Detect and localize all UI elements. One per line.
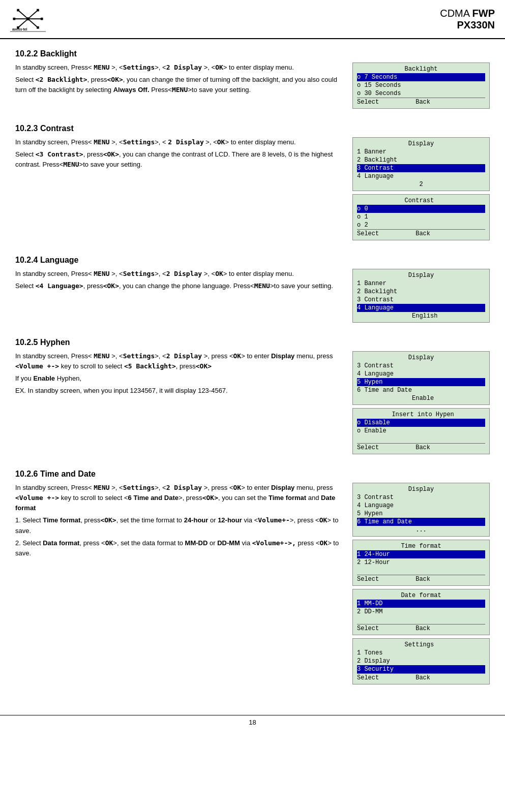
lcd-row: Time format: [357, 542, 485, 550]
lcd-row: 2 Backlight: [357, 156, 485, 164]
lcd-row: o 15 Seconds: [357, 81, 485, 89]
section-hyphen: 10.2.5 Hyphen In standby screen, Press< …: [15, 338, 490, 454]
lcd-row: Display: [357, 271, 485, 279]
lcd-row: 3 Contrast: [357, 296, 485, 304]
lcd-row: Select Back: [357, 575, 485, 583]
lcd-row: 6 Time and Date: [357, 386, 485, 394]
section-contrast-text: In standby screen, Press< MENU >, <Setti…: [15, 137, 342, 172]
lcd-row: Contrast: [357, 197, 485, 205]
model-bold: FWP: [472, 8, 495, 19]
lcd-row: Settings: [357, 641, 485, 649]
main-content: 10.2.2 Backlight In standby screen, Pres…: [0, 39, 505, 710]
lcd-row: 4 Language: [357, 172, 485, 180]
svg-rect-11: [37, 26, 39, 29]
section-backlight-title: 10.2.2 Backlight: [15, 49, 490, 58]
page-footer: 18: [0, 715, 505, 729]
section-language-title: 10.2.4 Language: [15, 256, 490, 265]
section-hyphen-text: In standby screen, Press< MENU >, <Setti…: [15, 351, 342, 398]
lcd-row: o 30 Seconds: [357, 89, 485, 98]
section-language-text: In standby screen, Press< MENU >, <Setti…: [15, 269, 342, 293]
page-header: axess·tel CDMA FWP PX330N: [0, 0, 505, 39]
lcd-timedate-display: Display 3 Contrast 4 Language 5 Hypen 6 …: [352, 483, 490, 537]
svg-rect-7: [37, 9, 39, 12]
lcd-row: Select Back: [357, 443, 485, 452]
section-contrast-title: 10.2.3 Contrast: [15, 124, 490, 133]
lcd-row: 1 Banner: [357, 148, 485, 156]
lcd-row: 5 Hypen: [357, 510, 485, 518]
page-number: 18: [249, 719, 256, 726]
section-backlight-text: In standby screen, Press< MENU >, <Setti…: [15, 63, 342, 97]
section-time-date: 10.2.6 Time and Date In standby screen, …: [15, 470, 490, 684]
lcd-row: [357, 435, 485, 443]
lcd-backlight: Backlight o 7 Seconds o 15 Seconds o 30 …: [352, 63, 490, 109]
lcd-row: [357, 567, 485, 575]
lcd-row: 1 24-Hour: [357, 550, 485, 558]
svg-line-4: [18, 19, 28, 27]
lcd-row: o 7 Seconds: [357, 73, 485, 81]
lcd-row: 2 Backlight: [357, 288, 485, 296]
product-title: CDMA FWP PX330N: [440, 8, 495, 31]
lcd-settings: Settings 1 Tones 2 Display 3 Security Se…: [352, 638, 490, 684]
lcd-row: 3 Contrast: [357, 164, 485, 172]
model-sub: PX330N: [457, 19, 495, 30]
lcd-row: 2 Display: [357, 657, 485, 665]
lcd-row: English: [357, 312, 485, 320]
axesstel-logo: axess·tel: [10, 5, 46, 33]
lcd-row: Select Back: [357, 98, 485, 106]
lcd-row: o Disable: [357, 419, 485, 427]
lcd-display-contrast: Display 1 Banner 2 Backlight 3 Contrast …: [352, 137, 490, 191]
lcd-row: ...: [357, 526, 485, 534]
section-language: 10.2.4 Language In standby screen, Press…: [15, 256, 490, 323]
lcd-hyphen-display: Display 3 Contrast 4 Language 5 Hypen 6 …: [352, 351, 490, 405]
lcd-time-format: Time format 1 24-Hour 2 12-Hour Select B…: [352, 540, 490, 586]
section-backlight: 10.2.2 Backlight In standby screen, Pres…: [15, 49, 490, 109]
lcd-row: 4 Language: [357, 304, 485, 312]
lcd-row: 2 DD-MM: [357, 608, 485, 616]
lcd-row: 2 12-Hour: [357, 558, 485, 567]
svg-text:axess·tel: axess·tel: [12, 27, 27, 31]
lcd-row: Select Back: [357, 229, 485, 238]
logo-area: axess·tel: [10, 5, 46, 33]
lcd-row: 1 MM-DD: [357, 600, 485, 608]
svg-rect-9: [41, 18, 43, 20]
lcd-row: 6 Time and Date: [357, 518, 485, 526]
lcd-row: 1 Banner: [357, 279, 485, 288]
hyphen-screens: Display 3 Contrast 4 Language 5 Hypen 6 …: [352, 351, 490, 454]
lcd-row: 2: [357, 180, 485, 189]
lcd-row: o 0: [357, 205, 485, 213]
cdma-label: CDMA: [440, 8, 472, 19]
lcd-row: Select Back: [357, 624, 485, 633]
lcd-row: 4 Language: [357, 502, 485, 510]
timedate-screens: Display 3 Contrast 4 Language 5 Hypen 6 …: [352, 483, 490, 684]
lcd-row: o Enable: [357, 427, 485, 435]
svg-point-12: [26, 17, 29, 20]
svg-rect-8: [13, 18, 15, 20]
lcd-row: o 1: [357, 213, 485, 221]
svg-rect-6: [17, 9, 19, 12]
lcd-row: Enable: [357, 394, 485, 402]
section-time-date-text: In standby screen, Press< MENU >, <Setti…: [15, 483, 342, 560]
lcd-row: Date format: [357, 591, 485, 600]
lcd-row: Display: [357, 354, 485, 362]
svg-line-1: [28, 10, 38, 19]
lcd-row: Display: [357, 485, 485, 493]
lcd-contrast-values: Contrast o 0 o 1 o 2 Select Back: [352, 194, 490, 240]
lcd-row: 3 Contrast: [357, 493, 485, 502]
lcd-row: [357, 616, 485, 624]
svg-line-5: [28, 19, 38, 27]
lcd-row: 4 Language: [357, 370, 485, 378]
lcd-row: 3 Security: [357, 665, 485, 673]
backlight-screens: Backlight o 7 Seconds o 15 Seconds o 30 …: [352, 63, 490, 109]
section-hyphen-title: 10.2.5 Hyphen: [15, 338, 490, 347]
lcd-row: Display: [357, 140, 485, 148]
lcd-row: 1 Tones: [357, 649, 485, 657]
lcd-row: Select Back: [357, 673, 485, 682]
lcd-row: Backlight: [357, 65, 485, 73]
svg-line-0: [18, 10, 28, 19]
section-time-date-title: 10.2.6 Time and Date: [15, 470, 490, 479]
section-contrast: 10.2.3 Contrast In standby screen, Press…: [15, 124, 490, 240]
lcd-row: o 2: [357, 221, 485, 229]
contrast-screens: Display 1 Banner 2 Backlight 3 Contrast …: [352, 137, 490, 240]
lcd-row: Insert into Hypen: [357, 411, 485, 419]
lcd-row: 3 Contrast: [357, 362, 485, 370]
